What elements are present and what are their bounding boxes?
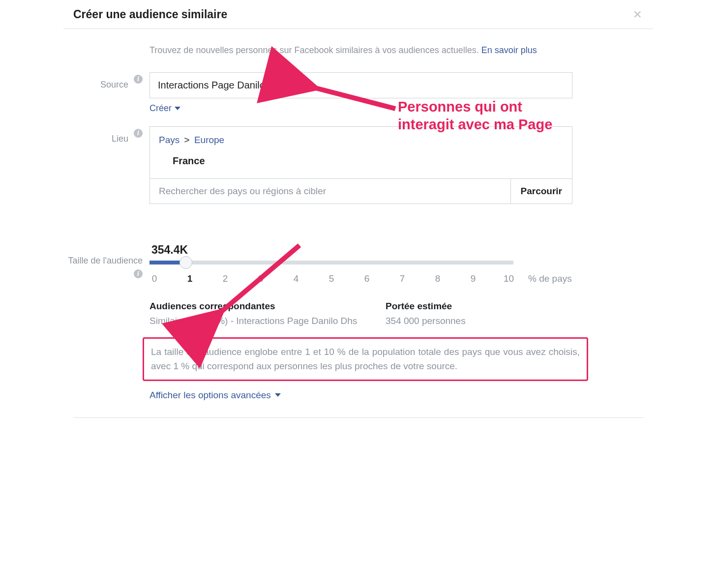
source-label-col: Source i — [63, 72, 149, 114]
slider-tick: 9 — [468, 273, 478, 284]
slider-scale-wrap: 012345678910 % de pays — [149, 273, 572, 284]
slider-tick: 8 — [433, 273, 443, 284]
location-label-col: Lieu i — [63, 126, 149, 204]
slider-tick: 5 — [327, 273, 336, 284]
audience-size-field: 354.4K 012345678910 % de pays Audiences … — [149, 217, 572, 401]
summary-audiences-value: Similaire (FR, 1 %) - Interactions Page … — [149, 316, 386, 326]
breadcrumb-country[interactable]: Pays — [159, 135, 179, 145]
info-icon[interactable]: i — [134, 269, 143, 278]
breadcrumb-sep: > — [184, 135, 190, 145]
audience-size-label: Taille de l'audience — [68, 255, 143, 266]
browse-button[interactable]: Parcourir — [510, 179, 572, 204]
summary-reach-value: 354 000 personnes — [386, 316, 572, 326]
source-row: Source i Interactions Page Danilo Dhs Cr… — [63, 72, 654, 114]
create-source-link[interactable]: Créer — [149, 103, 180, 114]
advanced-options-link[interactable]: Afficher les options avancées — [149, 390, 281, 401]
summary-reach-heading: Portée estimée — [386, 301, 572, 312]
location-label: Lieu — [112, 126, 128, 145]
modal-body: Trouvez de nouvelles personnes sur Faceb… — [63, 29, 654, 401]
slider-tick: 2 — [220, 273, 230, 284]
location-breadcrumb: Pays > Europe — [159, 135, 563, 146]
summary-audiences: Audiences correspondantes Similaire (FR,… — [149, 301, 386, 326]
location-top: Pays > Europe France — [150, 127, 572, 178]
size-note: La taille de l'audience englobe entre 1 … — [143, 337, 588, 381]
slider-scale: 012345678910 — [149, 273, 513, 284]
slider-tick: 3 — [256, 273, 266, 284]
modal-title: Créer une audience similaire — [73, 8, 227, 21]
learn-more-link[interactable]: En savoir plus — [481, 45, 537, 55]
location-row: Lieu i Pays > Europe France Rechercher d… — [63, 126, 654, 204]
info-icon[interactable]: i — [134, 75, 143, 84]
advanced-options-label: Afficher les options avancées — [149, 390, 271, 401]
modal-header: Créer une audience similaire × — [63, 0, 654, 29]
intro-copy: Trouvez de nouvelles personnes sur Faceb… — [149, 45, 481, 55]
slider-wrap: 354.4K 012345678910 % de pays — [149, 243, 572, 284]
audience-size-row: Taille de l'audience i 354.4K 0123456789… — [63, 217, 654, 401]
summary-audiences-heading: Audiences correspondantes — [149, 301, 386, 312]
location-selected[interactable]: France — [173, 155, 563, 167]
source-input[interactable]: Interactions Page Danilo Dhs — [149, 72, 572, 98]
source-field: Interactions Page Danilo Dhs Créer — [149, 72, 572, 114]
location-box: Pays > Europe France Rechercher des pays… — [149, 126, 572, 204]
audience-size-value: 354.4K — [151, 243, 572, 257]
slider-tick: 1 — [185, 273, 195, 284]
slider-tick: 0 — [149, 273, 159, 284]
modal-footer-separator — [73, 417, 644, 432]
audience-size-label-col: Taille de l'audience i — [63, 217, 149, 401]
source-label: Source — [100, 72, 128, 90]
caret-down-icon — [175, 107, 180, 110]
caret-down-icon — [275, 393, 281, 397]
intro-text: Trouvez de nouvelles personnes sur Faceb… — [149, 44, 572, 58]
slider-tick: 4 — [291, 273, 301, 284]
location-bottom: Rechercher des pays ou régions à cibler … — [150, 178, 572, 204]
location-search-input[interactable]: Rechercher des pays ou régions à cibler — [150, 179, 510, 204]
breadcrumb-region[interactable]: Europe — [194, 135, 224, 145]
slider-handle[interactable] — [179, 256, 192, 269]
summary: Audiences correspondantes Similaire (FR,… — [149, 301, 572, 326]
info-icon[interactable]: i — [134, 129, 143, 138]
create-source-label: Créer — [149, 103, 172, 114]
slider-tick: 7 — [397, 273, 407, 284]
slider-tick: 6 — [362, 273, 372, 284]
slider-scale-suffix: % de pays — [528, 273, 572, 284]
slider-tick: 10 — [504, 273, 513, 284]
lookalike-modal: Créer une audience similaire × Trouvez d… — [63, 0, 654, 432]
slider-track[interactable] — [149, 261, 513, 265]
close-icon[interactable]: × — [631, 7, 644, 22]
summary-reach: Portée estimée 354 000 personnes — [386, 301, 572, 326]
location-field: Pays > Europe France Rechercher des pays… — [149, 126, 572, 204]
